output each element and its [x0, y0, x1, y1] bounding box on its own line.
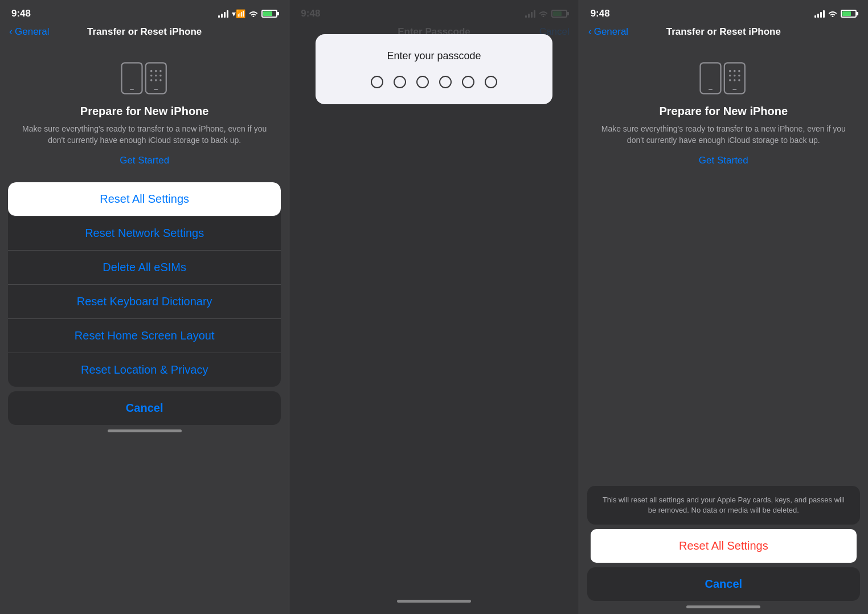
nav-bar-3: ‹ General Transfer or Reset iPhone — [579, 24, 868, 43]
svg-point-27 — [729, 79, 731, 81]
signal-icon-1 — [218, 10, 228, 18]
cancel-container-1: Cancel — [8, 391, 281, 425]
nav-title-1: Transfer or Reset iPhone — [87, 26, 202, 38]
svg-point-11 — [159, 75, 162, 77]
status-time-3: 9:48 — [591, 8, 610, 19]
home-indicator-3 — [686, 605, 760, 608]
reset-homescreen-btn-1[interactable]: Reset Home Screen Layout — [8, 319, 281, 353]
reset-location-btn-1[interactable]: Reset Location & Privacy — [8, 353, 281, 387]
reset-all-settings-btn-1[interactable]: Reset All Settings — [8, 182, 281, 216]
prepare-title-3: Prepare for New iPhone — [660, 105, 788, 118]
passcode-dot-6 — [485, 76, 497, 88]
svg-rect-19 — [726, 65, 744, 89]
confirm-overlay-3: This will reset all settings and your Ap… — [579, 481, 868, 614]
passcode-dot-4 — [439, 76, 452, 88]
svg-rect-16 — [702, 65, 720, 89]
chevron-left-icon-3: ‹ — [588, 26, 592, 38]
home-indicator-2 — [397, 600, 471, 603]
passcode-dot-2 — [394, 76, 406, 88]
passcode-dot-5 — [462, 76, 474, 88]
prepare-title-1: Prepare for New iPhone — [80, 105, 209, 118]
svg-point-6 — [150, 70, 153, 72]
svg-rect-4 — [147, 65, 165, 89]
screen3: 9:48 ‹ General Transfer or Reset iPhone — [579, 0, 868, 614]
status-time-1: 9:48 — [11, 8, 31, 19]
screen2: 9:48 Enter Passcode Cancel Enter your pa… — [289, 0, 578, 614]
delete-esims-btn-1[interactable]: Delete All eSIMs — [8, 251, 281, 285]
prepare-section-1: Prepare for New iPhone Make sure everyth… — [0, 43, 289, 178]
reset-network-btn-1[interactable]: Reset Network Settings — [8, 216, 281, 251]
confirm-reset-btn-3[interactable]: Reset All Settings — [591, 529, 857, 563]
status-icons-1: ▾📶 — [218, 9, 277, 18]
svg-point-24 — [729, 75, 731, 77]
svg-point-25 — [734, 75, 736, 77]
reset-keyboard-btn-1[interactable]: Reset Keyboard Dictionary — [8, 285, 281, 319]
prepare-desc-3: Make sure everything's ready to transfer… — [595, 124, 852, 146]
battery-icon-1 — [261, 10, 277, 18]
wifi-symbol-1 — [249, 10, 258, 17]
svg-point-13 — [155, 79, 157, 81]
wifi-symbol-3 — [828, 10, 837, 17]
status-bar-3: 9:48 — [579, 0, 868, 24]
status-bar-1: 9:48 ▾📶 — [0, 0, 289, 24]
nav-back-label-3: General — [594, 26, 628, 38]
confirm-cancel-container-3: Cancel — [587, 567, 860, 601]
confirm-reset-wrapper: Reset All Settings — [587, 529, 860, 563]
battery-icon-3 — [841, 10, 857, 18]
get-started-btn-3[interactable]: Get Started — [699, 155, 748, 166]
svg-point-10 — [155, 75, 157, 77]
svg-point-23 — [738, 70, 740, 72]
passcode-dot-3 — [416, 76, 429, 88]
prepare-section-3: Prepare for New iPhone Make sure everyth… — [579, 43, 868, 178]
svg-point-26 — [738, 75, 740, 77]
reset-options-1: Reset All Settings Reset Network Setting… — [8, 182, 281, 387]
passcode-dot-1 — [371, 76, 383, 88]
nav-back-1[interactable]: ‹ General — [9, 26, 49, 38]
phones-icon-1 — [119, 57, 170, 97]
nav-back-3[interactable]: ‹ General — [588, 26, 628, 38]
phones-icon-3 — [698, 57, 749, 97]
nav-bar-1: ‹ General Transfer or Reset iPhone — [0, 24, 289, 43]
home-indicator-1 — [108, 429, 182, 432]
status-icons-3 — [814, 10, 857, 18]
passcode-dots-2 — [371, 76, 497, 88]
passcode-overlay-2: Enter your passcode — [289, 0, 578, 614]
confirm-dialog-3: This will reset all settings and your Ap… — [587, 486, 860, 525]
screen1: 9:48 ▾📶 ‹ General Transfer or Reset iPho… — [0, 0, 289, 614]
signal-icon-3 — [814, 10, 825, 18]
svg-point-14 — [159, 79, 162, 81]
passcode-title-2: Enter your passcode — [387, 50, 481, 62]
passcode-dialog-2: Enter your passcode — [316, 34, 552, 104]
nav-title-3: Transfer or Reset iPhone — [666, 26, 781, 38]
svg-point-7 — [155, 70, 157, 72]
wifi-icon-1: ▾📶 — [232, 9, 245, 18]
cancel-btn-1[interactable]: Cancel — [8, 391, 281, 425]
svg-point-21 — [729, 70, 731, 72]
svg-point-12 — [150, 79, 153, 81]
svg-point-29 — [738, 79, 740, 81]
get-started-btn-1[interactable]: Get Started — [120, 155, 169, 166]
svg-point-8 — [159, 70, 162, 72]
svg-point-22 — [734, 70, 736, 72]
confirm-cancel-btn-3[interactable]: Cancel — [587, 567, 860, 601]
svg-point-9 — [150, 75, 153, 77]
svg-rect-1 — [123, 65, 141, 89]
confirm-desc-3: This will reset all settings and your Ap… — [587, 486, 860, 525]
svg-point-28 — [734, 79, 736, 81]
nav-back-label-1: General — [15, 26, 49, 38]
prepare-desc-1: Make sure everything's ready to transfer… — [16, 124, 273, 146]
chevron-left-icon-1: ‹ — [9, 26, 13, 38]
